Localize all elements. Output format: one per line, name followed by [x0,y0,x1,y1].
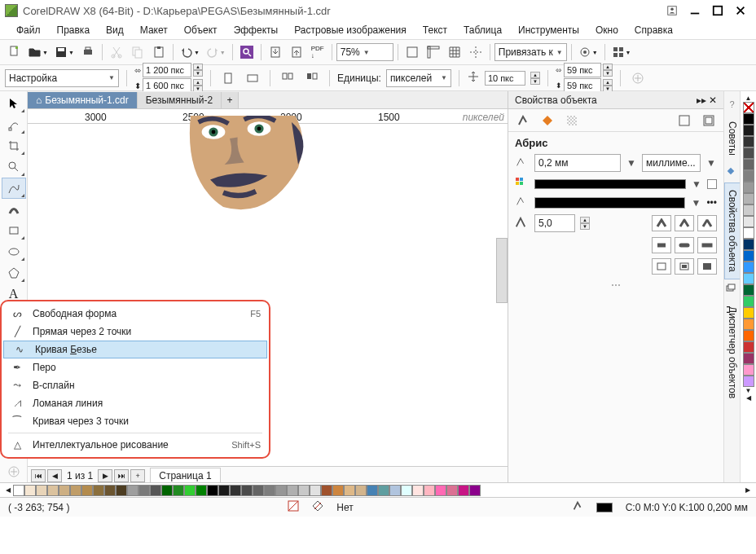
outline-color-check[interactable] [707,179,717,189]
palette-up-button[interactable]: ▲ [745,95,752,102]
last-page-button[interactable]: ⏭ [114,469,129,482]
dup-y-spinner[interactable]: ▲▼ [603,79,613,92]
color-swatch[interactable] [743,284,754,296]
docker-collapse-button[interactable]: ▸▸ ✕ [697,95,717,106]
color-swatch[interactable] [116,485,127,496]
color-swatch[interactable] [367,485,378,496]
color-swatch[interactable] [743,125,754,136]
view-mode-2[interactable] [699,111,719,130]
color-swatch[interactable] [104,485,116,496]
menu-help[interactable]: Справка [626,22,681,38]
search-content-button[interactable] [237,42,257,62]
snap-combo[interactable]: Привязать к▼ [494,43,567,61]
new-tab-button[interactable]: + [222,92,239,108]
first-page-button[interactable]: ⏮ [31,469,46,482]
pick-tool[interactable] [2,93,26,114]
undo-button[interactable]: ▼ [178,42,202,62]
current-page-button[interactable] [302,68,322,88]
color-swatch[interactable] [743,147,754,159]
color-swatch[interactable] [743,170,754,182]
corner-miter[interactable] [652,215,671,231]
color-swatch[interactable] [412,485,424,496]
show-guidelines-button[interactable] [466,42,486,62]
color-swatch[interactable] [743,262,754,273]
outline-units-combo[interactable]: миллиме... [642,154,701,172]
miter-spinner[interactable]: ▲▼ [580,217,590,230]
outline-units-dd[interactable]: ▼ [705,157,717,169]
add-page-button[interactable]: + [130,469,145,482]
open-button[interactable]: ▼ [26,42,51,62]
color-swatch[interactable] [24,485,36,496]
color-swatch[interactable] [93,485,104,496]
color-swatch[interactable] [150,485,161,496]
show-rulers-button[interactable] [424,42,443,62]
color-swatch[interactable] [298,485,310,496]
diamond-icon[interactable] [723,163,742,182]
color-swatch[interactable] [47,485,59,496]
color-swatch[interactable] [241,485,253,496]
side-tab-hints[interactable]: Советы [724,114,741,163]
color-swatch[interactable] [127,485,138,496]
doc-tab-1[interactable]: ⌂Безымянный-1.cdr [28,92,138,108]
line-style-combo[interactable] [534,197,685,209]
menu-layout[interactable]: Макет [132,22,176,38]
more-button[interactable]: ••• [706,197,717,209]
flyout-polyline[interactable]: ⩘Ломаная линия [2,394,269,412]
outline-width-combo[interactable]: 0,2 мм [534,154,621,172]
color-swatch[interactable] [196,485,207,496]
color-swatch[interactable] [743,353,754,364]
dup-x-input[interactable] [564,63,601,77]
color-swatch[interactable] [230,485,241,496]
all-pages-button[interactable] [278,68,297,88]
palette-down-button[interactable]: ▼ [745,387,752,394]
color-swatch[interactable] [458,485,469,496]
hpal-right-button[interactable]: ▶ [743,486,753,494]
nudge-input[interactable] [485,71,525,86]
dup-x-spinner[interactable]: ▲▼ [603,64,613,77]
freehand-tool[interactable] [2,178,26,199]
page-tab[interactable]: Страница 1 [150,468,220,483]
color-swatch[interactable] [253,485,264,496]
menu-text[interactable]: Текст [415,22,455,38]
zoom-tool[interactable] [2,156,26,178]
nudge-spinner[interactable]: ▲▼ [530,72,540,85]
palette-flyout-button[interactable]: ◀ [746,394,751,402]
color-swatch[interactable] [743,376,754,387]
hpal-left-button[interactable]: ◀ [3,486,13,494]
flyout-3point-curve[interactable]: ⁀Кривая через 3 точки [2,412,269,430]
crop-tool[interactable] [2,135,26,156]
color-swatch[interactable] [161,485,173,496]
position-center[interactable] [675,258,694,275]
color-swatch[interactable] [743,364,754,376]
side-tab-object-manager[interactable]: Диспетчер объектов [724,299,741,406]
outline-width-dd[interactable]: ▼ [626,157,637,169]
options-button[interactable]: ▼ [576,42,600,62]
units-combo[interactable]: пикселей▼ [386,69,451,87]
color-swatch[interactable] [138,485,150,496]
color-swatch[interactable] [173,485,184,496]
color-swatch[interactable] [743,182,754,193]
prev-page-button[interactable]: ◀ [47,469,62,482]
color-swatch[interactable] [743,319,754,330]
redo-button[interactable]: ▼ [204,42,228,62]
rectangle-tool[interactable] [2,220,26,241]
export-button[interactable] [287,42,306,62]
outline-color-picker[interactable] [534,179,686,189]
outline-swatch[interactable] [596,503,613,512]
corner-bevel[interactable] [697,215,717,231]
color-swatch[interactable] [743,136,754,147]
flyout-2point-line[interactable]: ╱Прямая через 2 точки [2,323,269,341]
copy-button[interactable] [128,42,147,62]
color-swatch[interactable] [218,485,230,496]
maximize-button[interactable] [707,3,728,18]
flyout-smart-drawing[interactable]: △Интеллектуальное рисованиеShift+S [2,436,269,454]
flyout-bspline[interactable]: ⤳В-сплайн [2,376,269,394]
outline-color-dd[interactable]: ▼ [691,178,702,190]
color-swatch[interactable] [469,485,481,496]
color-swatch[interactable] [264,485,275,496]
fullscreen-button[interactable] [402,42,422,62]
color-swatch[interactable] [743,193,754,204]
color-swatch[interactable] [435,485,446,496]
show-grid-button[interactable] [445,42,464,62]
color-swatch[interactable] [743,204,754,216]
